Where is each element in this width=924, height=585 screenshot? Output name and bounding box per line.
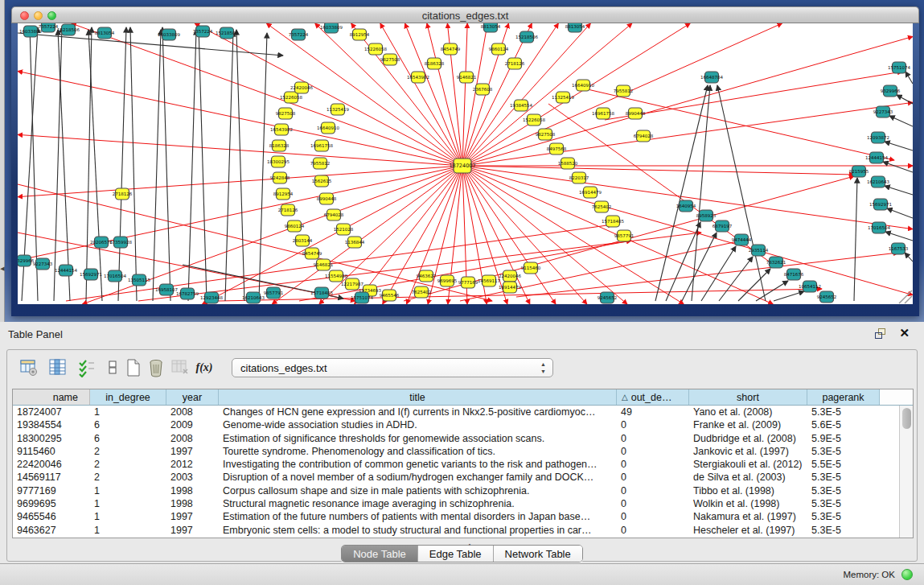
graph-node[interactable]: 8813054: [95, 27, 115, 39]
new-table-icon[interactable]: [123, 357, 144, 378]
graph-node[interactable]: 9777169: [458, 277, 478, 288]
cell-year[interactable]: 1997: [166, 524, 219, 537]
cell-title[interactable]: Genome-wide association studies in ADHD.: [219, 418, 617, 431]
graph-node[interactable]: 15692971: [80, 269, 102, 280]
cell-name[interactable]: 19384554: [13, 418, 90, 431]
graph-node[interactable]: 16782759: [176, 288, 199, 299]
graph-node[interactable]: 7357224: [289, 29, 309, 40]
float-window-icon[interactable]: [875, 328, 887, 340]
graph-node[interactable]: 12923448: [200, 292, 223, 303]
graph-node[interactable]: 8454749: [441, 43, 461, 55]
cell-name[interactable]: 9463627: [13, 524, 90, 537]
cell-in_degree[interactable]: 2: [90, 471, 166, 484]
graph-node[interactable]: 2718126: [113, 188, 133, 200]
cell-pagerank[interactable]: 5.3E-5: [807, 524, 880, 537]
cell-pagerank[interactable]: 5.5E-5: [807, 458, 880, 471]
column-header-short[interactable]: short: [689, 389, 807, 405]
cell-out_degree[interactable]: 0: [617, 497, 689, 510]
graph-node[interactable]: 12444154: [55, 265, 77, 276]
cell-title[interactable]: Investigating the contribution of common…: [219, 458, 617, 471]
cell-title[interactable]: Corpus callosum shape and size in male p…: [219, 484, 617, 497]
graph-node[interactable]: 9245652: [817, 291, 837, 303]
cell-pagerank[interactable]: 5.3E-5: [807, 445, 880, 458]
graph-node[interactable]: 12444154: [865, 152, 888, 163]
cell-short[interactable]: Wolkin et al. (1998): [689, 497, 807, 510]
cell-name[interactable]: 14569117: [13, 471, 90, 484]
graph-node[interactable]: 16640910: [317, 122, 339, 134]
graph-node[interactable]: 15751074: [888, 62, 910, 73]
cell-short[interactable]: Dudbridge et al. (2008): [689, 432, 807, 445]
graph-node[interactable]: 8186328: [269, 140, 290, 151]
table-row[interactable]: 1456911722003Disruption of a novel membe…: [13, 471, 899, 484]
cell-out_degree[interactable]: 0: [617, 471, 689, 484]
tab-edge-table[interactable]: Edge Table: [418, 546, 494, 562]
graph-node[interactable]: 17016504: [868, 222, 890, 233]
table-row[interactable]: 1938455462009Genome-wide association stu…: [13, 418, 899, 431]
graph-node[interactable]: 2718126: [278, 204, 298, 216]
graph-node[interactable]: 7955812: [614, 85, 634, 97]
table-row[interactable]: 2242004622012Investigating the contribut…: [13, 458, 899, 471]
graph-node[interactable]: 17359928: [109, 237, 132, 248]
cell-in_degree[interactable]: 2: [90, 458, 166, 471]
graph-node[interactable]: 15218506: [57, 24, 80, 35]
table-row[interactable]: 946362711997Embryonic stem cells: a mode…: [13, 524, 899, 537]
cell-out_degree[interactable]: 49: [617, 406, 689, 418]
cell-pagerank[interactable]: 5.3E-5: [807, 497, 880, 510]
column-header-in_degree[interactable]: in_degree: [90, 389, 166, 405]
graph-node[interactable]: 9227343: [33, 258, 53, 270]
cell-out_degree[interactable]: 0: [617, 510, 689, 523]
graph-node[interactable]: 16961758: [310, 140, 333, 151]
graph-node[interactable]: 16210643: [867, 176, 889, 187]
cell-out_degree[interactable]: 0: [617, 524, 689, 537]
cell-year[interactable]: 1997: [166, 445, 219, 458]
cell-title[interactable]: Estimation of significance thresholds fo…: [219, 432, 617, 445]
graph-node[interactable]: 17016504: [104, 270, 126, 282]
cell-name[interactable]: 22420046: [13, 458, 90, 471]
graph-node[interactable]: 2803144: [293, 235, 313, 246]
graph-node[interactable]: 7625402: [592, 201, 612, 212]
cell-short[interactable]: Franke et al. (2009): [689, 418, 807, 431]
graph-node[interactable]: 8912954: [350, 29, 370, 40]
graph-node[interactable]: 10654112: [799, 281, 821, 292]
graph-node[interactable]: 9860124: [285, 220, 305, 232]
canvas-resize-grip[interactable]: [899, 290, 912, 303]
cell-short[interactable]: Hescheler et al. (1997): [689, 524, 807, 537]
node-table-grid[interactable]: namein_degreeyeartitle△out_de…shortpager…: [12, 389, 914, 538]
graph-node[interactable]: 8186328: [425, 58, 445, 69]
cell-pagerank[interactable]: 5.9E-5: [807, 432, 880, 445]
cell-out_degree[interactable]: 0: [617, 484, 689, 497]
graph-node[interactable]: 2718126: [505, 58, 525, 69]
cell-pagerank[interactable]: 5.3E-5: [807, 484, 880, 497]
graph-node[interactable]: 8958923: [696, 210, 717, 221]
graph-node[interactable]: 1588520: [558, 158, 578, 169]
cell-pagerank[interactable]: 5.3E-5: [807, 510, 880, 523]
graph-node[interactable]: 9857791: [614, 230, 634, 241]
table-select-dropdown[interactable]: citations_edges.txt ▲▼: [232, 358, 553, 377]
graph-node[interactable]: 9474444: [732, 234, 752, 245]
graph-node[interactable]: 1640954: [676, 200, 696, 212]
cell-pagerank[interactable]: 5.3E-5: [807, 471, 880, 484]
graph-node[interactable]: 13505115: [128, 274, 150, 286]
row-height-icon[interactable]: [102, 357, 123, 378]
network-view-window[interactable]: citations_edges.txt: [11, 6, 919, 316]
cell-title[interactable]: Tourette syndrome. Phenomenology and cla…: [219, 445, 617, 458]
cell-year[interactable]: 2008: [166, 432, 219, 445]
memory-status-indicator[interactable]: [901, 569, 913, 580]
column-header-pagerank[interactable]: pagerank: [807, 389, 880, 405]
cell-year[interactable]: 1997: [166, 510, 219, 523]
graph-node[interactable]: 8990448: [626, 108, 646, 119]
graph-node[interactable]: 16961758: [592, 108, 614, 119]
column-header-out_degree[interactable]: △out_de…: [617, 389, 689, 405]
table-row[interactable]: 1830029562008Estimation of significance …: [13, 432, 899, 445]
graph-node[interactable]: 18300295: [267, 156, 290, 167]
cell-out_degree[interactable]: 0: [617, 432, 689, 445]
cell-pagerank[interactable]: 5.6E-5: [807, 418, 880, 431]
graph-node[interactable]: 15718485: [310, 287, 333, 299]
cell-name[interactable]: 18724007: [13, 406, 90, 418]
graph-node[interactable]: 6879197: [713, 220, 733, 232]
cell-short[interactable]: Yano et al. (2008): [689, 406, 807, 418]
graph-node[interactable]: 8454749: [302, 248, 322, 259]
close-panel-icon[interactable]: ✕: [899, 326, 910, 340]
graph-node[interactable]: 7625402: [412, 286, 432, 298]
graph-node[interactable]: 14569117: [478, 275, 500, 286]
